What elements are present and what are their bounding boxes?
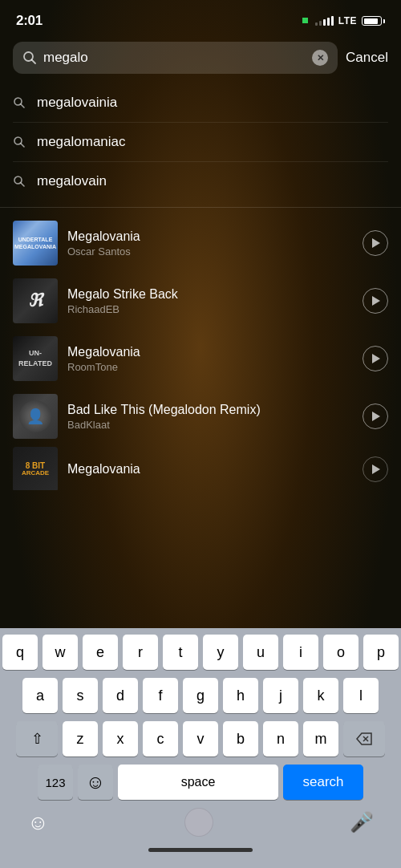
key-c[interactable]: c xyxy=(143,721,178,756)
keyboard-row-3: ⇧ z x c v b n m xyxy=(3,721,398,756)
album-art-text: UN-RELATED xyxy=(18,348,52,368)
key-h[interactable]: h xyxy=(223,678,258,713)
play-button[interactable] xyxy=(363,456,388,482)
key-r[interactable]: r xyxy=(123,635,158,670)
song-artist: BadKlaat xyxy=(67,419,353,431)
search-bar[interactable]: megalo ✕ xyxy=(13,42,338,74)
key-x[interactable]: x xyxy=(103,721,138,756)
key-g[interactable]: g xyxy=(183,678,218,713)
key-t[interactable]: t xyxy=(163,635,198,670)
play-button[interactable] xyxy=(363,346,388,371)
cancel-button[interactable]: Cancel xyxy=(346,50,388,66)
key-b[interactable]: b xyxy=(223,721,258,756)
album-art-logo: ℜ xyxy=(28,290,43,311)
song-title: Megalovania xyxy=(67,462,353,477)
space-key[interactable]: space xyxy=(118,765,278,800)
keyboard: q w e r t y u i o p a s d f g h j k l ⇧ xyxy=(0,628,401,803)
suggestion-text: megalovain xyxy=(37,173,107,189)
key-k[interactable]: k xyxy=(303,678,338,713)
mic-button[interactable]: 🎤 xyxy=(350,811,374,834)
play-icon xyxy=(372,354,380,363)
backspace-key[interactable] xyxy=(343,721,385,756)
play-icon xyxy=(372,412,380,421)
suggestions-list: megalovainia megalomaniac megalovain xyxy=(0,83,401,201)
home-indicator-area xyxy=(0,843,401,868)
key-a[interactable]: a xyxy=(22,678,58,713)
play-button[interactable] xyxy=(363,288,388,314)
suggestion-search-icon xyxy=(13,136,26,148)
key-o[interactable]: o xyxy=(323,635,358,670)
status-time: 2:01 xyxy=(16,13,43,29)
key-u[interactable]: u xyxy=(243,635,278,670)
emoji-icon: ☺ xyxy=(86,771,106,793)
song-info: Megalo Strike Back RichaadEB xyxy=(67,287,353,315)
emoji-smiley-button[interactable]: ☺ xyxy=(27,810,49,835)
suggestion-text: megalomaniac xyxy=(37,134,126,150)
key-s[interactable]: s xyxy=(63,678,98,713)
key-z[interactable]: z xyxy=(63,721,98,756)
song-item[interactable]: UN-RELATED Megalovania RoomTone xyxy=(0,330,401,387)
suggestion-item[interactable]: megalovainia xyxy=(13,83,388,123)
backspace-icon xyxy=(356,732,372,745)
home-button[interactable] xyxy=(184,808,213,837)
suggestion-item[interactable]: megalomaniac xyxy=(13,123,388,162)
key-n[interactable]: n xyxy=(263,721,298,756)
key-m[interactable]: m xyxy=(303,721,338,756)
key-v[interactable]: v xyxy=(183,721,218,756)
song-item[interactable]: 8 BIT ARCADE Megalovania xyxy=(0,445,401,490)
clear-button[interactable]: ✕ xyxy=(312,50,328,66)
key-q[interactable]: q xyxy=(2,635,38,670)
key-p[interactable]: p xyxy=(363,635,399,670)
shift-icon: ⇧ xyxy=(31,730,43,748)
clear-icon: ✕ xyxy=(317,54,324,63)
key-e[interactable]: e xyxy=(83,635,118,670)
svg-line-3 xyxy=(21,104,24,107)
suggestion-search-icon xyxy=(13,96,26,109)
numeric-key[interactable]: 123 xyxy=(38,765,73,800)
song-item[interactable]: ℜ Megalo Strike Back RichaadEB xyxy=(0,272,401,330)
key-y[interactable]: y xyxy=(203,635,238,670)
wifi-dot-icon xyxy=(302,18,308,23)
lte-label: LTE xyxy=(338,15,357,26)
song-item[interactable]: 👤 Bad Like This (Megalodon Remix) BadKla… xyxy=(0,387,401,445)
album-art: UN-RELATED xyxy=(13,336,58,381)
battery-icon xyxy=(362,16,385,26)
search-input[interactable]: megalo xyxy=(43,50,306,66)
shift-key[interactable]: ⇧ xyxy=(16,721,58,756)
home-indicator-bar xyxy=(148,848,253,852)
song-title: Megalovania xyxy=(67,229,353,244)
album-art-circle: 👤 xyxy=(19,400,51,432)
album-art: UNDERTALEMEGALOVANIA xyxy=(13,221,58,266)
keyboard-row-1: q w e r t y u i o p xyxy=(3,635,398,670)
section-divider xyxy=(0,207,401,208)
play-button[interactable] xyxy=(363,404,388,429)
status-bar: 2:01 LTE xyxy=(0,0,401,35)
song-artist: RoomTone xyxy=(67,361,353,373)
key-j[interactable]: j xyxy=(263,678,298,713)
play-button[interactable] xyxy=(363,230,388,256)
song-info: Megalovania RoomTone xyxy=(67,345,353,373)
search-container: megalo ✕ Cancel xyxy=(0,35,401,83)
suggestion-item[interactable]: megalovain xyxy=(13,162,388,201)
song-title: Bad Like This (Megalodon Remix) xyxy=(67,403,353,417)
emoji-key[interactable]: ☺ xyxy=(78,765,113,800)
song-info: Megalovania xyxy=(67,462,353,477)
song-results: UNDERTALEMEGALOVANIA Megalovania Oscar S… xyxy=(0,214,401,628)
key-f[interactable]: f xyxy=(143,678,178,713)
song-item[interactable]: UNDERTALEMEGALOVANIA Megalovania Oscar S… xyxy=(0,214,401,272)
search-icon xyxy=(22,51,37,65)
key-i[interactable]: i xyxy=(283,635,318,670)
keyboard-row-4: 123 ☺ space search xyxy=(3,765,398,800)
song-title: Megalovania xyxy=(67,345,353,359)
play-icon xyxy=(372,464,380,474)
album-art: 8 BIT ARCADE xyxy=(13,447,58,490)
key-d[interactable]: d xyxy=(103,678,138,713)
svg-line-7 xyxy=(21,183,24,186)
svg-line-5 xyxy=(21,144,24,147)
album-art: ℜ xyxy=(13,278,58,323)
key-w[interactable]: w xyxy=(43,635,78,670)
suggestion-search-icon xyxy=(13,175,26,188)
search-key[interactable]: search xyxy=(283,765,363,800)
play-icon xyxy=(372,238,380,248)
key-l[interactable]: l xyxy=(343,678,379,713)
